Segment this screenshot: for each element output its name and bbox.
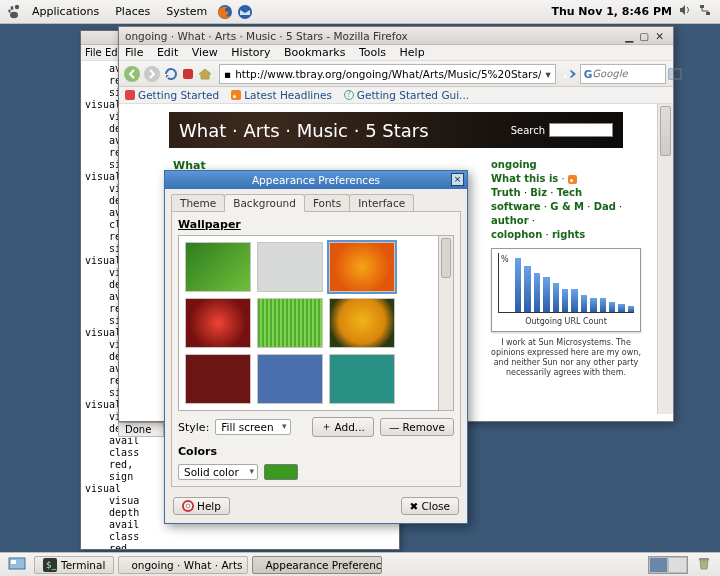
- bookmark-latest-headlines[interactable]: Latest Headlines: [231, 89, 332, 101]
- wallpaper-thumb-dark-red[interactable]: [185, 354, 251, 404]
- plus-icon: ＋: [321, 420, 332, 434]
- chart-bar: [609, 302, 615, 312]
- reload-button[interactable]: [163, 63, 179, 85]
- scrollbar-thumb[interactable]: [660, 106, 671, 156]
- minimize-icon[interactable]: ▁: [625, 30, 633, 42]
- maximize-icon[interactable]: ▢: [639, 30, 649, 42]
- style-label: Style:: [178, 421, 209, 434]
- banner-search-input[interactable]: [549, 123, 613, 137]
- color-swatch-button[interactable]: [264, 464, 298, 480]
- workspace-2[interactable]: [668, 557, 687, 573]
- search-bar[interactable]: G: [580, 64, 667, 84]
- remove-button[interactable]: —Remove: [380, 418, 454, 436]
- volume-icon[interactable]: [678, 3, 692, 20]
- prefs-close-icon[interactable]: ×: [451, 173, 464, 186]
- link-colophon[interactable]: colophon: [491, 229, 542, 240]
- menu-file[interactable]: File: [125, 46, 143, 59]
- link-tech[interactable]: Tech: [557, 187, 582, 198]
- banner-search: Search: [511, 123, 613, 137]
- clock[interactable]: Thu Nov 1, 8:46 PM: [551, 5, 672, 18]
- task-label: Terminal: [61, 559, 105, 571]
- workspace-1[interactable]: [649, 557, 668, 573]
- menu-tools[interactable]: Tools: [359, 46, 386, 59]
- firefox-titlebar[interactable]: ongoing · What · Arts · Music · 5 Stars …: [119, 27, 673, 45]
- menu-help[interactable]: Help: [400, 46, 425, 59]
- bookmark-getting-started[interactable]: Getting Started: [125, 89, 219, 101]
- bookmark-toolbar: Getting Started Latest Headlines ?Gettin…: [119, 87, 673, 104]
- bookmark-getting-started-guide[interactable]: ?Getting Started Gui...: [344, 89, 469, 101]
- chart-bar: [618, 304, 624, 312]
- link-dad[interactable]: Dad: [594, 201, 616, 212]
- trash-icon[interactable]: [692, 555, 716, 574]
- home-button[interactable]: [197, 63, 213, 85]
- page-banner: What · Arts · Music · 5 Stars Search: [169, 112, 623, 148]
- menu-history[interactable]: History: [231, 46, 270, 59]
- menu-view[interactable]: View: [192, 46, 218, 59]
- wallpaper-thumb-teal[interactable]: [329, 354, 395, 404]
- wallpaper-grid: [178, 235, 439, 411]
- close-button[interactable]: ✖ Close: [401, 497, 459, 515]
- task-firefox[interactable]: ongoing · What · Arts · ...: [118, 556, 248, 574]
- link-biz[interactable]: Biz: [530, 187, 547, 198]
- search-input[interactable]: [592, 68, 662, 79]
- colors-combo[interactable]: Solid color: [178, 464, 258, 480]
- system-menu[interactable]: System: [158, 5, 215, 18]
- wallpaper-thumb-yellow-flower[interactable]: [329, 298, 395, 348]
- wallpaper-thumb-grass[interactable]: [257, 298, 323, 348]
- sidebar-icon[interactable]: [668, 63, 682, 85]
- forward-button[interactable]: [143, 63, 161, 85]
- firefox-launcher-icon[interactable]: [215, 2, 235, 22]
- applications-menu[interactable]: Applications: [24, 5, 107, 18]
- network-icon[interactable]: [698, 3, 712, 20]
- back-button[interactable]: [123, 63, 141, 85]
- dropdown-icon[interactable]: ▾: [545, 68, 550, 80]
- add-button[interactable]: ＋Add...: [312, 417, 374, 437]
- link-truth[interactable]: Truth: [491, 187, 521, 198]
- sidebar-title[interactable]: ongoing: [491, 159, 537, 170]
- style-combo[interactable]: Fill screen: [215, 419, 290, 435]
- wallpaper-scrollbar[interactable]: [439, 235, 454, 411]
- content-scrollbar[interactable]: [657, 104, 673, 414]
- wallpaper-thumb-grey-plain[interactable]: [257, 242, 323, 292]
- firefox-window-title: ongoing · What · Arts · Music · 5 Stars …: [125, 30, 408, 42]
- tab-interface[interactable]: Interface: [349, 194, 414, 211]
- tab-fonts[interactable]: Fonts: [304, 194, 350, 211]
- link-rights[interactable]: rights: [552, 229, 585, 240]
- close-icon[interactable]: ✕: [655, 30, 664, 42]
- wallpaper-thumb-orange-flower[interactable]: [329, 242, 395, 292]
- task-appearance-prefs[interactable]: Appearance Preferenc...: [252, 556, 382, 574]
- stop-button[interactable]: [181, 63, 195, 85]
- page-favicon-icon: ▪: [224, 68, 231, 80]
- svg-point-1: [11, 6, 14, 10]
- rss-icon[interactable]: [568, 175, 577, 184]
- help-button[interactable]: Help: [173, 497, 230, 515]
- menu-bookmarks[interactable]: Bookmarks: [284, 46, 345, 59]
- banner-crumbs: What · Arts · Music · 5 Stars: [179, 120, 429, 141]
- url-bar[interactable]: ▪ http://www.tbray.org/ongoing/What/Arts…: [219, 64, 556, 84]
- gnome-foot-icon[interactable]: [4, 2, 24, 22]
- wallpaper-thumb-red-flower[interactable]: [185, 298, 251, 348]
- menu-edit[interactable]: Edit: [157, 46, 178, 59]
- scrollbar-thumb[interactable]: [441, 238, 451, 278]
- link-software[interactable]: software: [491, 201, 541, 212]
- url-text[interactable]: http://www.tbray.org/ongoing/What/Arts/M…: [235, 68, 541, 80]
- link-gm[interactable]: G & M: [550, 201, 584, 212]
- wallpaper-thumb-blue[interactable]: [257, 354, 323, 404]
- tab-theme[interactable]: Theme: [171, 194, 225, 211]
- wallpaper-thumb-leaf-green[interactable]: [185, 242, 251, 292]
- prefs-titlebar[interactable]: Appearance Preferences ×: [165, 171, 467, 189]
- svg-rect-10: [183, 69, 193, 79]
- thunderbird-launcher-icon[interactable]: [235, 2, 255, 22]
- workspace-switcher[interactable]: [648, 556, 688, 574]
- prefs-title: Appearance Preferences: [252, 174, 380, 186]
- sidebar-what-this-is[interactable]: What this is: [491, 173, 558, 184]
- go-button[interactable]: [564, 63, 578, 85]
- places-menu[interactable]: Places: [107, 5, 158, 18]
- svg-point-9: [144, 66, 160, 82]
- svg-rect-16: [11, 560, 16, 564]
- link-author[interactable]: author: [491, 215, 529, 226]
- show-desktop-button[interactable]: [4, 555, 30, 574]
- chart-bar: [534, 273, 540, 312]
- task-terminal[interactable]: $_ Terminal: [34, 556, 114, 574]
- tab-background[interactable]: Background: [224, 194, 305, 212]
